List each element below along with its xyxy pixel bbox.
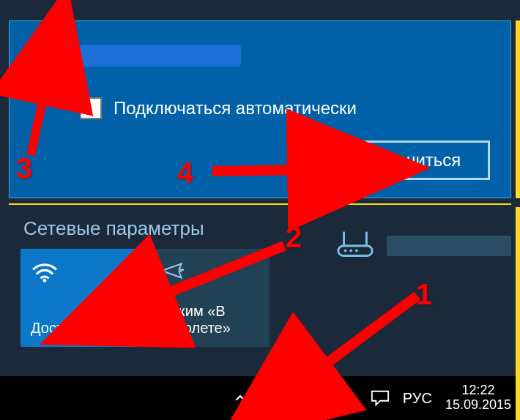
network-entry[interactable]	[10, 21, 510, 77]
battery-icon[interactable]	[261, 391, 283, 405]
annotation-3: 3	[16, 152, 32, 185]
connect-button-label: Подключиться	[343, 150, 461, 170]
clock-time: 12:22	[445, 383, 511, 398]
airplane-tile-label: Режим «В самолете»	[158, 303, 259, 337]
highlight-bar	[516, 20, 520, 198]
airplane-icon	[158, 259, 259, 285]
device-entry[interactable]	[335, 228, 511, 263]
auto-connect-row[interactable]: Подключаться автоматически	[10, 97, 510, 119]
router-icon	[335, 228, 375, 263]
device-name	[387, 236, 511, 256]
tray-overflow-chevron-icon[interactable]	[232, 390, 248, 406]
clock[interactable]: 12:22 15.09.2015	[445, 383, 511, 413]
svg-point-10	[314, 403, 317, 406]
network-flyout-top: Подключаться автоматически Подключиться	[9, 20, 511, 198]
wifi-tile[interactable]: Доступно	[21, 249, 142, 347]
svg-point-7	[355, 250, 358, 252]
network-name	[80, 45, 241, 67]
wifi-icon	[31, 259, 132, 285]
wifi-star-prefix: *	[297, 389, 303, 408]
auto-connect-checkbox[interactable]	[80, 97, 102, 119]
clock-date: 15.09.2015	[445, 398, 511, 413]
airplane-mode-tile[interactable]: Режим «В самолете»	[148, 249, 270, 347]
taskbar: * РУС 12:22 15.09.2015	[0, 376, 520, 420]
svg-point-6	[349, 250, 352, 252]
svg-point-1	[43, 279, 47, 282]
annotation-1: 1	[416, 278, 432, 311]
annotation-4: 4	[177, 157, 193, 190]
svg-point-0	[41, 69, 46, 74]
wifi-tile-label: Доступно	[31, 320, 132, 337]
highlight-divider	[9, 203, 511, 205]
annotation-2: 2	[286, 221, 302, 254]
action-center-icon[interactable]	[371, 389, 390, 407]
network-tray-icon[interactable]: *	[297, 389, 325, 408]
auto-connect-label: Подключаться автоматически	[114, 98, 357, 119]
highlight-bar	[516, 207, 520, 420]
svg-rect-9	[280, 396, 283, 400]
connect-button[interactable]: Подключиться	[314, 140, 490, 180]
svg-point-5	[344, 250, 347, 252]
language-indicator[interactable]: РУС	[403, 390, 432, 407]
wifi-icon	[24, 42, 80, 77]
volume-icon[interactable]	[338, 389, 357, 407]
